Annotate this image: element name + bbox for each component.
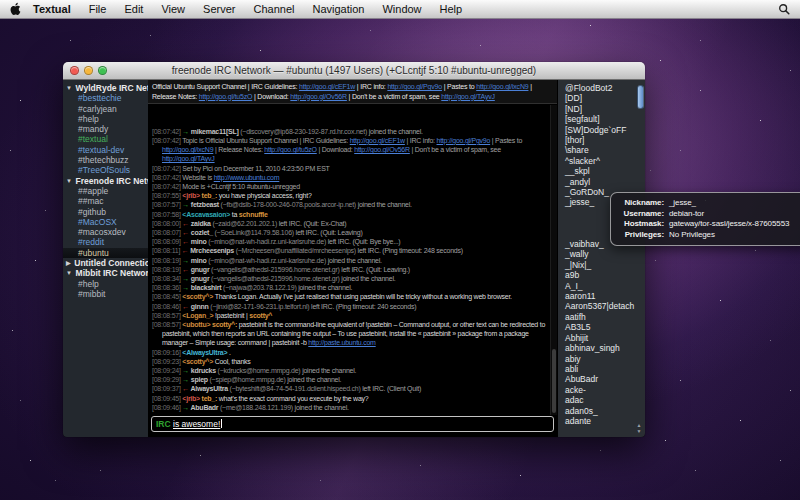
minimize-button[interactable]	[84, 66, 93, 75]
sidebar-item-github[interactable]: #github	[63, 207, 148, 217]
apple-menu[interactable]	[10, 2, 22, 16]
disclosure-triangle-icon[interactable]: ▶	[66, 260, 72, 266]
menu-help[interactable]: Help	[431, 3, 472, 15]
menu-file[interactable]: File	[80, 3, 116, 15]
user-list-item[interactable]: [DD]	[558, 93, 645, 103]
disclosure-triangle-icon[interactable]: ▼	[66, 270, 74, 276]
user-list-item[interactable]: @FloodBot2	[558, 83, 645, 93]
tooltip-value: gateway/tor-sasl/jesse/x-87605553	[669, 219, 800, 230]
user-list-item[interactable]: aaron11	[558, 291, 645, 301]
disclosure-triangle-icon[interactable]: ▼	[66, 85, 74, 91]
topic-link[interactable]: http://goo.gl/TAyvJ	[441, 93, 495, 100]
message-link[interactable]: http://goo.gl/tu5zO	[264, 146, 316, 153]
sidebar-item-TreeOfSouls[interactable]: #TreeOfSouls	[63, 165, 148, 175]
user-list-item[interactable]: abiy	[558, 354, 645, 364]
user-list-item[interactable]: abhinav_singh	[558, 343, 645, 353]
user-list-item[interactable]: A_I_	[558, 281, 645, 291]
topic-link[interactable]: http://goo.gl/Ov56R	[290, 93, 347, 100]
message-link[interactable]: http://goo.gl/Ov56R	[354, 146, 410, 153]
sidebar-item-mac[interactable]: ##mac	[63, 196, 148, 206]
message-segment: <AlwaysUltra>	[182, 349, 229, 356]
user-list-scroll-arrows[interactable]: ▲▼	[633, 422, 645, 434]
user-list-item[interactable]: adac	[558, 395, 645, 405]
message-segment: scotty^:	[212, 321, 239, 328]
user-list-item[interactable]: acke-	[558, 385, 645, 395]
sidebar-item-mandy[interactable]: #mandy	[63, 124, 148, 134]
message-link[interactable]: http://goo.gl/ixcN9	[162, 146, 213, 153]
chat-message: [08:08:46] ← ginnn (~jinxi@82-171-96-231…	[152, 302, 547, 311]
sidebar-group-wyldryde-irc-network[interactable]: ▼ WyldRyde IRC Network	[63, 83, 148, 93]
user-list-item[interactable]: ^slacker^	[558, 156, 645, 166]
chat-message: [08:08:09] ← mino (~mino@nat-wh-hadi.rz.…	[152, 237, 547, 246]
sidebar-item-textual-dev[interactable]: #textual-dev	[63, 145, 148, 155]
topic-link[interactable]: http://goo.gl/ixcN9	[476, 83, 528, 90]
window-title-bar[interactable]: freenode IRC Network — #ubuntu (1497 Use…	[63, 62, 645, 80]
sidebar-item-mibbit[interactable]: #mibbit	[63, 289, 148, 299]
tooltip-row: Hostmask:gateway/tor-sasl/jesse/x-876055…	[618, 219, 800, 230]
message-segment: | Don't be a victim of spam, see	[410, 146, 501, 153]
sidebar-item-MacOSX[interactable]: #MacOSX	[63, 217, 148, 227]
sidebar-group-untitled-connection[interactable]: ▶ Untitled Connection	[63, 258, 148, 268]
topic-link[interactable]: http://goo.gl/cEF1w	[299, 83, 355, 90]
user-list-item[interactable]: _andyl	[558, 177, 645, 187]
message-timestamp: [08:08:19]	[152, 266, 182, 273]
sidebar-item-besttechie[interactable]: #besttechie	[63, 93, 148, 103]
user-list-scrollbar-thumb[interactable]	[637, 85, 644, 109]
message-link[interactable]: http://paste.ubuntu.com	[308, 339, 375, 346]
user-list-item[interactable]: [segfault]	[558, 114, 645, 124]
menu-window[interactable]: Window	[373, 3, 430, 15]
user-list-item[interactable]: a9b	[558, 270, 645, 280]
spotlight-search[interactable]	[778, 3, 790, 15]
message-link[interactable]: http://goo.gl/TAyvJ	[162, 155, 215, 162]
menu-edit[interactable]: Edit	[115, 3, 152, 15]
user-list-item[interactable]: \share	[558, 145, 645, 155]
chat-message: [08:07:42] Mode is +CLcntjf 5:10 #ubuntu…	[152, 182, 547, 191]
sidebar-item-help[interactable]: #help	[63, 114, 148, 124]
sidebar-group-freenode-irc-network[interactable]: ▼ Freenode IRC Network	[63, 176, 148, 186]
message-segment: spiep	[191, 376, 210, 383]
message-segment: →	[182, 376, 190, 383]
sidebar-item-textual[interactable]: #textual	[63, 134, 148, 144]
menu-server[interactable]: Server	[194, 3, 244, 15]
message-segment: (~SoeLink@114.79.58.106)	[214, 229, 295, 236]
user-list-item[interactable]: Abhijit	[558, 333, 645, 343]
user-list-item[interactable]: aatifh	[558, 312, 645, 322]
sidebar-item-thetechbuzz[interactable]: #thetechbuzz	[63, 155, 148, 165]
message-input[interactable]: IRC is awesome!	[151, 416, 554, 432]
message-link[interactable]: http://www.ubuntu.com	[214, 174, 280, 181]
message-link[interactable]: http://goo.gl/cEF1w	[350, 137, 405, 144]
user-list-item[interactable]: [SW]Dodge`oFF	[558, 125, 645, 135]
user-list-item[interactable]: Aaron5367|detach	[558, 301, 645, 311]
sidebar-item-carlyjean[interactable]: #carlyjean	[63, 104, 148, 114]
message-segment: <Ascavasaion>	[182, 211, 231, 218]
scroll-down-icon[interactable]: ▼	[633, 428, 645, 434]
user-list-item[interactable]: _|Nix|_	[558, 260, 645, 270]
topic-link[interactable]: http://goo.gl/tu5zO	[199, 93, 252, 100]
sidebar-item-reddit[interactable]: #reddit	[63, 237, 148, 247]
menu-view[interactable]: View	[152, 3, 194, 15]
menu-textual[interactable]: Textual	[24, 3, 80, 15]
user-list-item[interactable]: [ND]	[558, 104, 645, 114]
topic-link[interactable]: http://goo.gl/Pgv9o	[387, 83, 442, 90]
disclosure-triangle-icon[interactable]: ▼	[66, 178, 74, 184]
sidebar-item-ubuntu[interactable]: #ubuntu	[63, 248, 148, 258]
user-list-item[interactable]: _wally	[558, 249, 645, 259]
sidebar-item-apple[interactable]: ##apple	[63, 186, 148, 196]
sidebar-item-macosxdev[interactable]: #macosxdev	[63, 227, 148, 237]
user-list-item[interactable]: adan0s_	[558, 406, 645, 416]
chat-scrollbar[interactable]	[550, 105, 557, 415]
message-link[interactable]: http://goo.gl/Pgv9o	[437, 137, 491, 144]
user-list-item[interactable]: abli	[558, 364, 645, 374]
close-button[interactable]	[70, 66, 79, 75]
user-list-item[interactable]: [thor]	[558, 135, 645, 145]
menu-channel[interactable]: Channel	[244, 3, 303, 15]
chat-scrollbar-thumb[interactable]	[552, 349, 556, 413]
user-list-item[interactable]: adante	[558, 416, 645, 426]
user-list-item[interactable]: AbuBadr	[558, 374, 645, 384]
sidebar-item-help[interactable]: #help	[63, 279, 148, 289]
zoom-button[interactable]	[98, 66, 107, 75]
user-list-item[interactable]: __skpl	[558, 166, 645, 176]
menu-navigation[interactable]: Navigation	[303, 3, 373, 15]
user-list-item[interactable]: AB3L5	[558, 322, 645, 332]
sidebar-group-mibbit-irc-network[interactable]: ▼ Mibbit IRC Network	[63, 268, 148, 278]
